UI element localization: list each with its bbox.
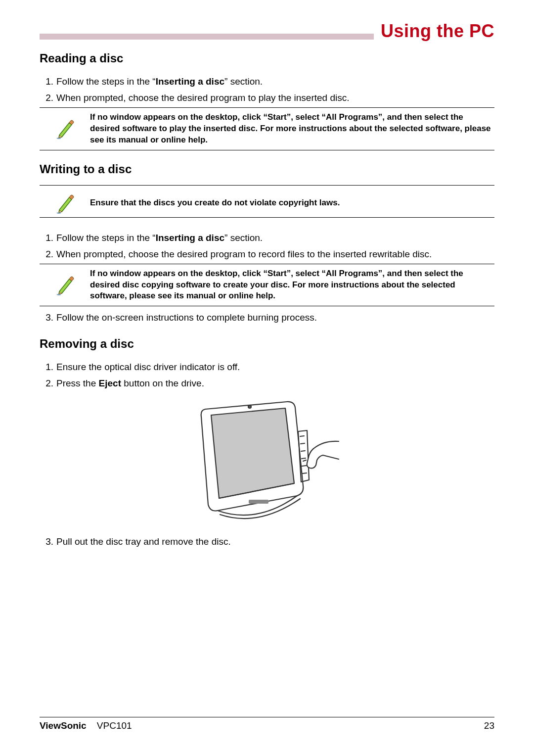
note-text: Ensure that the discs you create do not … [90, 196, 493, 210]
footer-page-number: 23 [484, 720, 494, 731]
section-heading-reading: Reading a disc [40, 51, 494, 65]
list-item: Press the Eject button on the drive. [56, 376, 494, 390]
svg-line-6 [302, 466, 306, 466]
svg-rect-1 [249, 500, 268, 504]
eject-illustration [40, 397, 494, 525]
svg-line-4 [301, 451, 305, 451]
page-footer: ViewSonic VPC101 23 [40, 717, 494, 731]
step-text: When prompted, choose the desired progra… [56, 249, 432, 259]
step-text: button on the drive. [121, 378, 204, 388]
footer-model: VPC101 [97, 720, 132, 731]
step-text: Ensure the optical disc driver indicator… [56, 362, 240, 372]
step-text: ” section. [224, 76, 263, 87]
note-box: If no window appears on the desktop, cli… [40, 264, 494, 307]
step-text-bold: Inserting a disc [156, 233, 224, 243]
step-text: ” section. [224, 233, 263, 243]
note-text: If no window appears on the desktop, cli… [90, 111, 493, 147]
section-heading-writing: Writing to a disc [40, 162, 494, 176]
note-text: If no window appears on the desktop, cli… [90, 267, 493, 303]
list-item: Follow the steps in the “Inserting a dis… [56, 231, 494, 245]
footer-brand: ViewSonic [40, 720, 87, 731]
removing-steps: Ensure the optical disc driver indicator… [40, 360, 494, 391]
list-item: When prompted, choose the desired progra… [56, 247, 494, 261]
note-pencil-icon [41, 274, 90, 296]
step-text-bold: Inserting a disc [156, 76, 224, 87]
chapter-header: Using the PC [40, 15, 494, 40]
svg-line-7 [303, 473, 307, 473]
svg-line-2 [300, 436, 304, 436]
removing-steps-cont: Pull out the disc tray and remove the di… [40, 534, 494, 549]
svg-line-3 [301, 443, 305, 444]
svg-line-5 [302, 458, 306, 459]
note-box: Ensure that the discs you create do not … [40, 189, 494, 218]
step-text: Pull out the disc tray and remove the di… [56, 536, 231, 547]
svg-point-0 [248, 405, 251, 408]
divider [40, 185, 494, 186]
list-item: Follow the on-screen instructions to com… [56, 310, 494, 325]
step-text: Follow the steps in the “ [56, 233, 156, 243]
list-item: Follow the steps in the “Inserting a dis… [56, 74, 494, 89]
section-heading-removing: Removing a disc [40, 337, 494, 351]
footer-left: ViewSonic VPC101 [40, 720, 132, 731]
reading-steps: Follow the steps in the “Inserting a dis… [40, 74, 494, 105]
note-box: If no window appears on the desktop, cli… [40, 107, 494, 150]
step-text-bold: Eject [99, 378, 121, 388]
step-text: Press the [56, 378, 99, 388]
writing-steps-cont: Follow the on-screen instructions to com… [40, 310, 494, 325]
step-text: When prompted, choose the desired progra… [56, 93, 350, 103]
note-pencil-icon [41, 192, 90, 214]
list-item: When prompted, choose the desired progra… [56, 91, 494, 105]
list-item: Ensure the optical disc driver indicator… [56, 360, 494, 374]
chapter-title: Using the PC [374, 21, 494, 42]
note-pencil-icon [41, 118, 90, 140]
step-text: Follow the on-screen instructions to com… [56, 312, 317, 323]
writing-steps: Follow the steps in the “Inserting a dis… [40, 231, 494, 262]
step-text: Follow the steps in the “ [56, 76, 156, 87]
list-item: Pull out the disc tray and remove the di… [56, 534, 494, 549]
